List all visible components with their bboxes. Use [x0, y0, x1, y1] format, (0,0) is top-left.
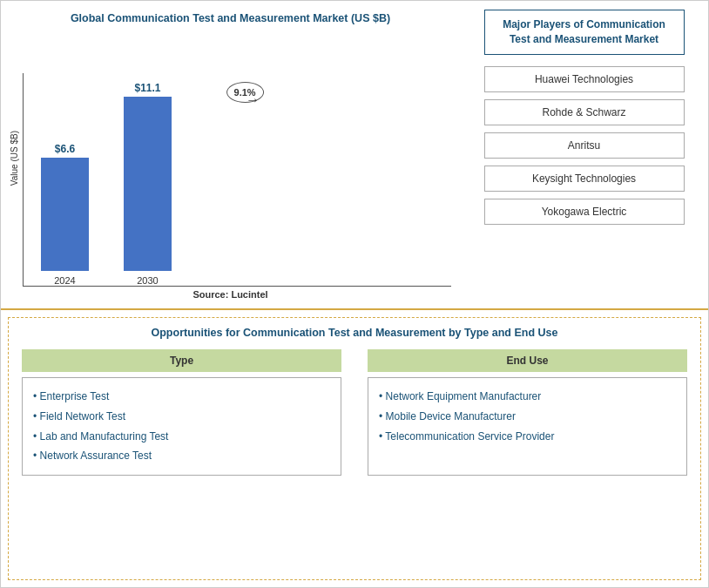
type-header: Type — [22, 349, 341, 372]
top-section: Global Communication Test and Measuremen… — [1, 1, 708, 310]
player-item-2: Rohde & Schwarz — [484, 99, 685, 125]
end-use-list: Network Equipment Manufacturer Mobile De… — [379, 387, 676, 446]
type-list: Enterprise Test Field Network Test Lab a… — [33, 387, 330, 466]
bar-value-2030: $11.1 — [134, 82, 160, 94]
bars-container: 9.1% → $6.6 2024 $11.1 — [23, 73, 451, 287]
type-item-3: Lab and Manufacturing Test — [33, 427, 330, 447]
bar-label-2030: 2030 — [137, 275, 158, 286]
type-item-1: Enterprise Test — [33, 387, 330, 407]
bar-2030 — [124, 97, 172, 271]
bar-2024 — [41, 158, 89, 271]
bar-label-2024: 2024 — [54, 275, 75, 286]
player-item-3: Anritsu — [484, 132, 685, 159]
chart-area: Global Communication Test and Measuremen… — [1, 1, 460, 308]
players-title: Major Players of Communication Test and … — [484, 10, 685, 55]
chart-wrapper: Value (US $B) 9.1% → $6.6 202 — [10, 34, 451, 283]
chart-inner: 9.1% → $6.6 2024 $11.1 — [23, 73, 451, 282]
end-use-content: Network Equipment Manufacturer Mobile De… — [368, 377, 687, 476]
players-panel: Major Players of Communication Test and … — [460, 1, 708, 308]
bar-group-2030: $11.1 2030 — [124, 82, 172, 286]
chart-title: Global Communication Test and Measuremen… — [10, 11, 451, 27]
y-axis-label: Value (US $B) — [10, 131, 19, 186]
type-item-2: Field Network Test — [33, 407, 330, 427]
type-column: Type Enterprise Test Field Network Test … — [22, 349, 341, 476]
bottom-section: Opportunities for Communication Test and… — [8, 317, 701, 580]
player-item-4: Keysight Technologies — [484, 166, 685, 192]
bar-value-2024: $6.6 — [55, 143, 75, 155]
end-use-header: End Use — [368, 349, 687, 372]
end-use-item-1: Network Equipment Manufacturer — [379, 387, 676, 407]
bottom-columns: Type Enterprise Test Field Network Test … — [22, 349, 687, 476]
cagr-arrow: → — [246, 92, 260, 108]
type-content: Enterprise Test Field Network Test Lab a… — [22, 377, 341, 476]
source-text: Source: Lucintel — [10, 289, 451, 300]
end-use-item-2: Mobile Device Manufacturer — [379, 407, 676, 427]
player-item-1: Huawei Technologies — [484, 66, 685, 92]
player-item-5: Yokogawa Electric — [484, 199, 685, 225]
main-container: Global Communication Test and Measuremen… — [0, 0, 709, 588]
end-use-item-3: Telecommunication Service Provider — [379, 427, 676, 447]
end-use-column: End Use Network Equipment Manufacturer M… — [368, 349, 687, 476]
opportunities-title: Opportunities for Communication Test and… — [22, 327, 687, 339]
type-item-4: Network Assurance Test — [33, 446, 330, 466]
bar-group-2024: $6.6 2024 — [41, 143, 89, 286]
